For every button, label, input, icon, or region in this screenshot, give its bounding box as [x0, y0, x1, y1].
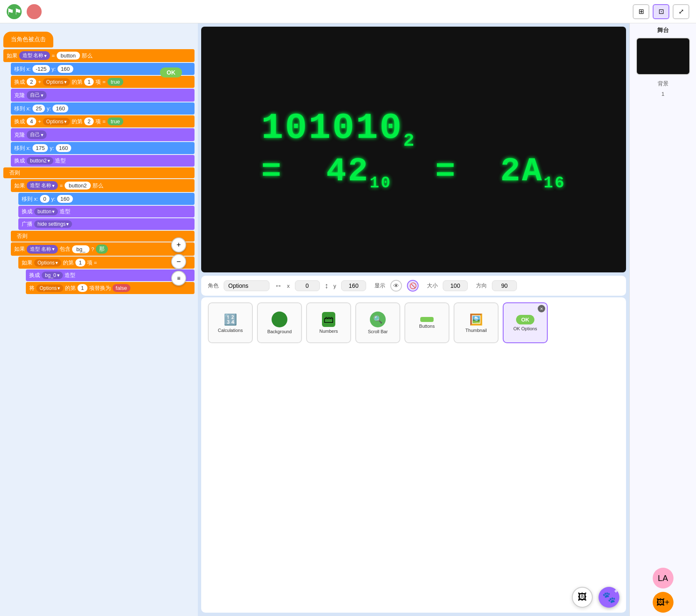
- green-flag-button[interactable]: ⚑: [7, 4, 22, 19]
- true-val-1: true: [107, 78, 123, 86]
- direction-label: 方向: [476, 282, 487, 289]
- button2-dd[interactable]: button2 ▾: [27, 157, 53, 165]
- bg0-dd[interactable]: bg_0 ▾: [42, 272, 63, 279]
- stage-line2: = 4210 = 2A16: [261, 152, 566, 193]
- costume-block-1: 换成 button2 ▾ 造型: [11, 155, 195, 167]
- true-val-2: true: [107, 117, 123, 125]
- options-dd-3[interactable]: Options ▾: [34, 259, 61, 267]
- set-block-2: 换成 4 + Options ▾ 的第 2 项 = true: [11, 115, 195, 127]
- sprite-card-calculations[interactable]: 🔢 Calculations: [208, 302, 253, 343]
- add-backdrop-button[interactable]: 🖼: [572, 587, 593, 608]
- sprite-char-1[interactable]: LA: [653, 568, 674, 589]
- zoom-out-button[interactable]: −: [171, 254, 186, 269]
- top-bar-left: ⚑: [7, 4, 628, 19]
- y-val-1[interactable]: 160: [57, 65, 73, 73]
- hide-settings-dd[interactable]: hide settings ▾: [34, 220, 72, 228]
- costume-block-2: 换成 button ▾ 造型: [18, 206, 195, 217]
- sprite-label: 角色: [208, 282, 219, 289]
- x-val-4[interactable]: 0: [40, 195, 50, 203]
- numbers-label: Numbers: [319, 329, 338, 334]
- stage-view-button[interactable]: ⊡: [653, 4, 669, 19]
- y-label: y: [334, 283, 337, 289]
- show-label: 显示: [374, 282, 385, 289]
- x-arrow-icon: ↔: [274, 282, 282, 290]
- stage-sub2: 10: [369, 174, 392, 192]
- stage-display: 1010102 = 4210 = 2A16: [253, 98, 574, 201]
- clone-block-2: 克隆 自己 ▾: [11, 128, 195, 141]
- y-val-3[interactable]: 160: [56, 144, 72, 152]
- if-block-2: 如果 造型 名称 ▾ = button2 那么: [11, 179, 195, 192]
- costume-dropdown[interactable]: 造型 名称 ▾: [19, 51, 50, 60]
- split-view-button[interactable]: ⊞: [633, 4, 649, 19]
- main-content: 当角色被点击 OK 如果 造型 名称 ▾ = button 那么 移到 x: -…: [0, 23, 696, 616]
- button-dd[interactable]: button ▾: [34, 208, 58, 215]
- x-val-2[interactable]: 25: [32, 105, 45, 112]
- add-sprite-right-button[interactable]: 🖼+: [653, 592, 674, 613]
- bg-val: bg_: [72, 245, 90, 253]
- top-bar-right: ⊞ ⊡ ⤢: [633, 4, 689, 19]
- if-block-4: 如果 Options ▾ 的第 1 项 =: [18, 257, 195, 269]
- self-dd-2[interactable]: 自己 ▾: [27, 130, 47, 139]
- options-dd-1[interactable]: Options ▾: [43, 78, 70, 86]
- stop-button[interactable]: [27, 4, 42, 19]
- zoom-in-button[interactable]: +: [171, 237, 186, 252]
- replace-block: 将 Options ▾ 的第 1 项替换为 false: [26, 282, 195, 294]
- options-dd-4[interactable]: Options ▾: [36, 284, 63, 292]
- sprites-area: 🔢 Calculations Background 🗃 Numbers: [201, 297, 626, 613]
- move-block-3: 移到 x: 175 y: 160: [11, 142, 195, 154]
- self-dd-1[interactable]: 自己 ▾: [27, 91, 47, 100]
- stage-label: 舞台: [657, 27, 669, 34]
- sprite-info-bar: 角色 ↔ x ↕ y 显示 👁 🚫 大小 方向: [201, 276, 626, 296]
- sprite-name-input[interactable]: [224, 280, 269, 291]
- else-block-2: 否则: [11, 231, 195, 242]
- options-label: OK Options: [514, 326, 537, 331]
- y-val-4[interactable]: 160: [57, 195, 73, 203]
- size-input[interactable]: [443, 280, 468, 291]
- button-value: button: [57, 52, 80, 60]
- index-1: 1: [84, 78, 94, 86]
- num-4: 4: [27, 117, 36, 125]
- costume-dd-2[interactable]: 造型 名称 ▾: [27, 181, 58, 190]
- fullscreen-button[interactable]: ⤢: [673, 4, 689, 19]
- sprite-grid: 🔢 Calculations Background 🗃 Numbers: [208, 302, 619, 343]
- ok-badge[interactable]: OK: [160, 67, 182, 77]
- stage-thumbnail[interactable]: [636, 37, 690, 75]
- code-panel: 当角色被点击 OK 如果 造型 名称 ▾ = button 那么 移到 x: -…: [0, 23, 198, 616]
- menu-button[interactable]: ≡: [171, 271, 186, 286]
- x-val-1[interactable]: -125: [32, 65, 50, 73]
- options-delete-button[interactable]: ✕: [538, 305, 545, 312]
- button2-val: button2: [65, 182, 91, 190]
- sprite-card-buttons[interactable]: Buttons: [404, 302, 449, 343]
- stage-line1: 1010102: [261, 106, 566, 152]
- scrollbar-icon: 🔍: [370, 312, 386, 327]
- y-arrow-icon: ↕: [325, 282, 329, 290]
- sprite-card-thumbnail[interactable]: 🖼️ Thumbnail: [454, 302, 499, 343]
- direction-input[interactable]: [492, 280, 517, 291]
- options-dd-2[interactable]: Options ▾: [43, 118, 70, 125]
- options-ok-badge: OK: [516, 315, 534, 324]
- sprite-card-options[interactable]: ✕ OK OK Options: [503, 302, 548, 343]
- x-input[interactable]: [295, 280, 320, 291]
- stage-sub1: 2: [403, 130, 416, 151]
- sprite-card-numbers[interactable]: 🗃 Numbers: [306, 302, 351, 343]
- background-label: Background: [267, 329, 292, 334]
- y-input[interactable]: [341, 280, 366, 291]
- index-2: 2: [84, 117, 94, 125]
- costume-dd-3[interactable]: 造型 名称 ▾: [27, 245, 58, 254]
- show-eye-button[interactable]: 👁: [390, 280, 402, 292]
- sprite-card-scrollbar[interactable]: 🔍 Scroll Bar: [355, 302, 400, 343]
- top-bar: ⚑ ⊞ ⊡ ⤢: [0, 0, 696, 23]
- broadcast-block: 广播 hide settings ▾: [18, 218, 195, 230]
- add-sprite-icon: 🐾: [602, 591, 616, 604]
- thumbnail-label: Thumbnail: [465, 328, 486, 333]
- x-val-3[interactable]: 175: [32, 144, 48, 152]
- add-sprite-button[interactable]: 🐾 +: [599, 587, 619, 608]
- show-hidden-button[interactable]: 🚫: [407, 280, 419, 292]
- bg-label: 背景: [658, 80, 669, 87]
- sprite-info-row: 角色 ↔ x ↕ y 显示 👁 🚫 大小 方向: [208, 280, 619, 292]
- calculations-label: Calculations: [218, 328, 243, 333]
- y-val-2[interactable]: 160: [52, 105, 68, 112]
- scrollbar-label: Scroll Bar: [368, 329, 388, 334]
- if-block-1: 如果 造型 名称 ▾ = button 那么: [3, 49, 195, 62]
- sprite-card-background[interactable]: Background: [257, 302, 302, 343]
